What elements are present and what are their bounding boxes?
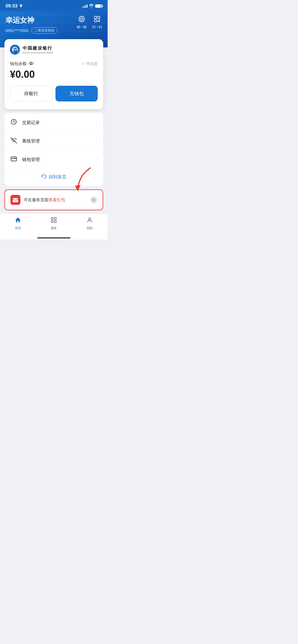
coin-info[interactable]: 币信息 — [81, 61, 98, 66]
svg-rect-25 — [51, 218, 53, 219]
bank-name: 中国建设银行 China Construction Bank — [23, 45, 53, 54]
user-info: 幸运女神 0051****2591 二类实名钱包 — [6, 15, 57, 34]
arrow-right-icon-1: › — [96, 120, 98, 125]
balance-amount: ¥0.00 — [10, 69, 98, 80]
location-icon — [19, 4, 23, 9]
wifi-icon — [89, 4, 94, 9]
ccb-logo-icon: CCB — [10, 45, 20, 55]
svg-line-10 — [99, 20, 100, 22]
svg-point-14 — [29, 62, 33, 65]
svg-rect-4 — [98, 16, 100, 18]
nav-service-label: 服务 — [51, 226, 57, 230]
svg-rect-21 — [13, 198, 18, 202]
touch-icon — [78, 15, 85, 24]
home-bar — [37, 237, 70, 238]
scan-icon — [94, 15, 101, 24]
bottom-nav: 首页 服务 我的 — [0, 214, 108, 236]
battery-icon — [95, 4, 102, 8]
home-icon — [15, 217, 21, 225]
return-icon — [41, 174, 47, 180]
return-home-label: 回到首页 — [49, 174, 66, 180]
svg-rect-28 — [54, 221, 56, 222]
arrow-right-icon-2: › — [96, 139, 98, 144]
nav-home[interactable]: 首页 — [0, 217, 36, 230]
account-badge: 二类实名钱包 — [31, 27, 57, 34]
transaction-record-item[interactable]: 交易记录 › — [4, 114, 103, 132]
deposit-bank-button[interactable]: 存银行 — [10, 86, 52, 101]
offline-icon — [10, 137, 18, 145]
scan-button[interactable]: 扫一扫 — [92, 15, 102, 29]
touch-label: 碰一碰 — [77, 25, 87, 29]
offline-management-label: 离线管理 — [22, 138, 96, 144]
notification-link[interactable]: 查看红包 — [49, 197, 65, 202]
svg-point-29 — [89, 218, 91, 220]
svg-text:CCB: CCB — [13, 49, 17, 51]
svg-rect-18 — [11, 157, 17, 161]
notification-text: 可在服务页面查看红包 — [24, 197, 87, 203]
svg-rect-5 — [94, 20, 97, 22]
status-time: 09:33 — [6, 3, 23, 9]
wallet-management-item[interactable]: 钱包管理 › — [4, 151, 103, 169]
header-actions: 碰一碰 扫一扫 — [77, 15, 102, 29]
red-envelope-icon — [10, 195, 20, 205]
svg-line-9 — [99, 20, 100, 22]
svg-rect-3 — [94, 16, 97, 18]
account-number: 0051****2591 — [6, 28, 29, 33]
clock-icon — [10, 119, 18, 127]
notification-close-button[interactable] — [91, 197, 97, 203]
return-home-button[interactable]: 回到首页 — [4, 169, 103, 185]
home-indicator — [0, 236, 108, 240]
user-name: 幸运女神 — [6, 15, 57, 25]
bank-logo: CCB 中国建设银行 China Construction Bank — [10, 45, 98, 55]
top-up-button[interactable]: 充钱包 — [55, 86, 98, 101]
scan-label: 扫一扫 — [92, 25, 102, 29]
transaction-record-label: 交易记录 — [22, 120, 96, 126]
svg-rect-27 — [51, 221, 53, 222]
action-buttons: 存银行 充钱包 — [10, 86, 98, 101]
nav-home-label: 首页 — [15, 226, 21, 230]
notification-area: 可在服务页面查看红包 — [4, 189, 103, 210]
offline-management-item[interactable]: 离线管理 › — [4, 132, 103, 151]
balance-label: 钱包余额 币信息 — [10, 61, 98, 66]
signal-icon — [83, 4, 87, 8]
svg-point-19 — [15, 159, 15, 159]
menu-section: 交易记录 › 离线管理 › 钱包管 — [4, 112, 103, 186]
bank-name-cn: 中国建设银行 — [23, 45, 53, 51]
wallet-management-label: 钱包管理 — [22, 157, 96, 163]
wallet-icon — [10, 155, 18, 164]
touch-button[interactable]: 碰一碰 — [77, 15, 87, 29]
eye-icon[interactable] — [29, 61, 34, 66]
svg-point-2 — [81, 19, 82, 20]
svg-rect-26 — [54, 218, 56, 219]
bank-name-en: China Construction Bank — [23, 51, 53, 54]
arrow-right-icon-3: › — [96, 157, 98, 162]
profile-icon — [86, 217, 93, 225]
status-bar: 09:33 — [0, 0, 108, 11]
svg-point-15 — [31, 63, 32, 64]
nav-profile-label: 我的 — [87, 226, 93, 230]
notification-banner: 可在服务页面查看红包 — [6, 191, 102, 209]
balance-section: 钱包余额 币信息 ¥0.00 — [10, 61, 98, 80]
service-icon — [50, 217, 57, 225]
svg-point-17 — [14, 142, 14, 143]
status-icons — [83, 4, 102, 9]
main-card: CCB 中国建设银行 China Construction Bank 钱包余额 … — [4, 39, 103, 109]
nav-service[interactable]: 服务 — [36, 217, 72, 230]
svg-point-0 — [79, 16, 84, 22]
user-account: 0051****2591 二类实名钱包 — [6, 27, 57, 34]
svg-point-1 — [80, 18, 83, 20]
nav-profile[interactable]: 我的 — [72, 217, 108, 230]
